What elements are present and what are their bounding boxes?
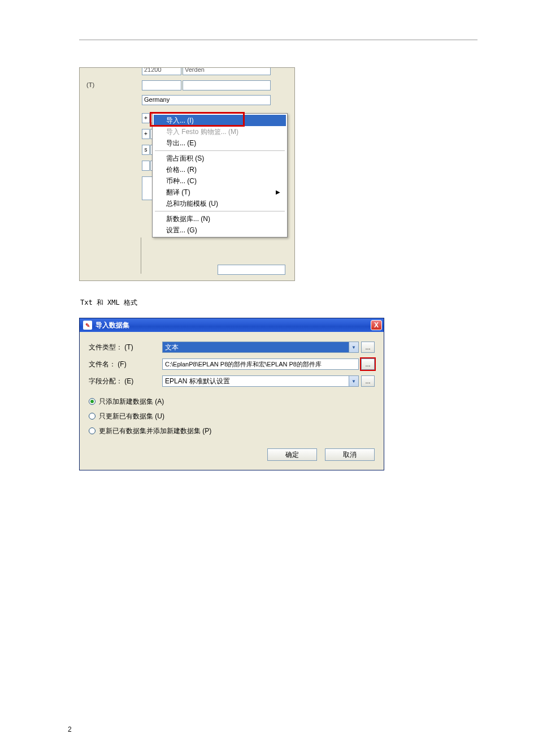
select-file-type-value: 文本 bbox=[163, 342, 349, 352]
page-top-rule bbox=[79, 40, 477, 40]
form-row-country: Germany bbox=[142, 95, 271, 105]
stub-prefix-3[interactable]: s bbox=[142, 145, 150, 155]
cancel-button[interactable]: 取消 bbox=[325, 448, 375, 461]
field-phone[interactable] bbox=[183, 80, 271, 90]
stub-prefix-2[interactable]: + bbox=[142, 129, 150, 139]
menu-export-label: 导出... (E) bbox=[166, 137, 196, 149]
dropdown-arrow-icon[interactable] bbox=[349, 342, 358, 352]
label-file-type: 文件类型： (T) bbox=[89, 343, 162, 352]
select-file-type[interactable]: 文本 bbox=[162, 342, 359, 353]
browse-file-button[interactable]: ... bbox=[361, 358, 375, 370]
input-file-name[interactable]: C:\EplanP8\EPLAN P8的部件库和宏\EPLAN P8的部件库 bbox=[162, 358, 359, 370]
menu-price-label: 价格... (R) bbox=[166, 164, 197, 175]
menu-settings-label: 设置... (G) bbox=[166, 224, 197, 236]
menu-template-label: 总和功能模板 (U) bbox=[166, 198, 218, 209]
radio-icon bbox=[89, 413, 95, 420]
context-menu-screenshot: 21200 Verden (T) Germany + + s bbox=[79, 67, 295, 281]
menu-translate[interactable]: 翻译 (T) ▶ bbox=[154, 187, 286, 198]
radio-update-and-add[interactable]: 更新已有数据集并添加新建数据集 (P) bbox=[89, 424, 375, 438]
ok-button[interactable]: 确定 bbox=[267, 448, 317, 461]
caption-text: Txt 和 XML 格式 bbox=[80, 298, 477, 308]
page-number: 2 bbox=[68, 725, 72, 733]
form-row-top: 21200 Verden bbox=[142, 67, 271, 75]
close-icon: X bbox=[374, 321, 379, 329]
menu-price[interactable]: 价格... (R) bbox=[154, 164, 286, 175]
menu-export[interactable]: 导出... (E) bbox=[154, 137, 286, 149]
menu-settings[interactable]: 设置... (G) bbox=[154, 224, 286, 236]
submenu-arrow-icon: ▶ bbox=[276, 187, 280, 198]
menu-area[interactable]: 需占面积 (S) bbox=[154, 153, 286, 164]
context-menu: 导入... (I) 导入 Festo 购物篮... (M) 导出... (E) … bbox=[152, 113, 288, 237]
menu-new-database[interactable]: 新数据库... (N) bbox=[154, 213, 286, 224]
field-bottom-stub[interactable] bbox=[218, 265, 285, 275]
dialog-button-row: 确定 取消 bbox=[89, 448, 375, 461]
menu-new-database-label: 新数据库... (N) bbox=[166, 213, 210, 224]
dialog-body: 文件类型： (T) 文本 ... 文件名： (F) C:\EplanP8\EPL… bbox=[80, 332, 384, 470]
dialog-titlebar: ✎ 导入数据集 X bbox=[80, 318, 384, 332]
label-field-assignment: 字段分配： (E) bbox=[89, 377, 162, 386]
select-field-assignment[interactable]: EPLAN 标准默认设置 bbox=[162, 375, 359, 387]
radio-update-and-add-label: 更新已有数据集并添加新建数据集 (P) bbox=[99, 426, 211, 436]
menu-area-label: 需占面积 (S) bbox=[166, 153, 204, 164]
row-field-assignment: 字段分配： (E) EPLAN 标准默认设置 ... bbox=[89, 374, 375, 388]
form-label-t: (T) bbox=[86, 81, 94, 88]
radio-add-new-label: 只添加新建数据集 (A) bbox=[99, 397, 164, 407]
menu-import-festo: 导入 Festo 购物篮... (M) bbox=[154, 126, 286, 137]
field-phone-prefix[interactable] bbox=[142, 80, 181, 90]
dialog-title: 导入数据集 bbox=[95, 321, 129, 330]
field-zip[interactable]: 21200 bbox=[142, 67, 181, 75]
menu-currency-label: 币种... (C) bbox=[166, 175, 197, 187]
menu-import-label: 导入... (I) bbox=[166, 115, 194, 126]
form-row-phone bbox=[142, 80, 271, 90]
row-file-name: 文件名： (F) C:\EplanP8\EPLAN P8的部件库和宏\EPLAN… bbox=[89, 357, 375, 371]
menu-separator-2 bbox=[155, 211, 285, 211]
row-file-type: 文件类型： (T) 文本 ... bbox=[89, 340, 375, 355]
radio-add-new[interactable]: 只添加新建数据集 (A) bbox=[89, 394, 375, 409]
radio-update-existing-label: 只更新已有数据集 (U) bbox=[99, 412, 164, 421]
close-button[interactable]: X bbox=[371, 320, 382, 330]
browse-type-button[interactable]: ... bbox=[361, 342, 375, 353]
radio-group: 只添加新建数据集 (A) 只更新已有数据集 (U) 更新已有数据集并添加新建数据… bbox=[89, 394, 375, 438]
form-divider bbox=[141, 237, 141, 274]
menu-separator-1 bbox=[155, 150, 285, 151]
field-city[interactable]: Verden bbox=[183, 67, 271, 75]
menu-import[interactable]: 导入... (I) bbox=[154, 115, 286, 126]
field-country[interactable]: Germany bbox=[142, 95, 271, 105]
select-field-assignment-value: EPLAN 标准默认设置 bbox=[163, 376, 349, 386]
stub-prefix-4[interactable] bbox=[142, 161, 150, 171]
browse-field-button[interactable]: ... bbox=[361, 375, 375, 387]
menu-import-festo-label: 导入 Festo 购物篮... (M) bbox=[166, 126, 238, 137]
menu-translate-label: 翻译 (T) bbox=[166, 187, 190, 198]
dropdown-arrow-icon-2[interactable] bbox=[349, 376, 358, 386]
stub-prefix-1[interactable]: + bbox=[142, 113, 150, 123]
dialog-icon: ✎ bbox=[83, 321, 92, 330]
radio-icon-checked bbox=[89, 398, 95, 405]
label-file-name: 文件名： (F) bbox=[89, 360, 162, 369]
menu-template[interactable]: 总和功能模板 (U) bbox=[154, 198, 286, 209]
menu-currency[interactable]: 币种... (C) bbox=[154, 175, 286, 187]
import-dialog: ✎ 导入数据集 X 文件类型： (T) 文本 ... 文件名： (F) bbox=[79, 318, 384, 470]
radio-icon bbox=[89, 427, 95, 434]
radio-update-existing[interactable]: 只更新已有数据集 (U) bbox=[89, 409, 375, 424]
